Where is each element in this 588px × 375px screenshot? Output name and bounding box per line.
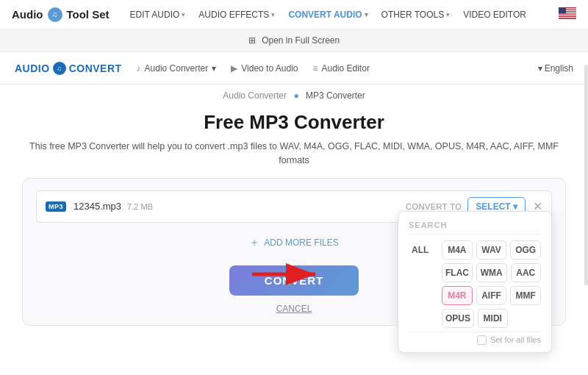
format-aac[interactable]: AAC	[511, 263, 542, 282]
svg-rect-7	[559, 7, 566, 14]
plus-icon: ＋	[249, 236, 259, 249]
fullscreen-bar[interactable]: ⊞ Open in Full Screen	[0, 29, 588, 52]
format-mmf[interactable]: MMF	[510, 286, 541, 305]
sub-nav-audio-converter[interactable]: ♪ Audio Converter ▾	[137, 63, 217, 74]
language-flag[interactable]	[559, 7, 576, 22]
convert-button[interactable]: CONVERT	[229, 265, 359, 296]
breadcrumb-current: MP3 Converter	[306, 90, 365, 101]
chevron-down-icon: ▾	[212, 63, 216, 74]
convert-brand-text: CONVERT	[69, 63, 122, 74]
format-m4a[interactable]: M4A	[442, 240, 473, 260]
file-format-badge: MP3	[46, 201, 66, 212]
format-flac[interactable]: FLAC	[442, 263, 473, 282]
chevron-down-icon: ▾	[271, 11, 275, 18]
sub-nav-video-to-audio[interactable]: ▶ Video to Audio	[231, 63, 298, 74]
format-dropdown: SEARCH ALL M4A WAV OGG FLAC WMA AAC M4R …	[398, 211, 552, 353]
audioconvert-icon: ♫	[53, 62, 66, 75]
nav-edit-audio[interactable]: EDIT AUDIO ▾	[130, 10, 186, 20]
set-all-label: Set for all files	[490, 335, 541, 344]
chevron-down-icon: ▾	[538, 63, 542, 74]
flag-icon	[559, 7, 576, 19]
convert-to-label: CONVERT TO	[406, 202, 462, 211]
format-ogg[interactable]: OGG	[510, 240, 541, 260]
file-name: 12345.mp3	[74, 201, 121, 212]
all-formats-button[interactable]: ALL	[409, 241, 438, 259]
svg-rect-6	[559, 17, 576, 18]
scrollbar[interactable]	[584, 65, 588, 285]
chevron-down-icon: ▾	[182, 11, 185, 18]
video-icon: ▶	[231, 63, 237, 74]
breadcrumb-separator: ●	[293, 90, 298, 101]
search-label: SEARCH	[409, 221, 541, 235]
format-wav[interactable]: WAV	[476, 240, 507, 260]
audioconvert-brand[interactable]: AUDIO ♫ CONVERT	[15, 62, 122, 75]
music-note-icon: ♪	[137, 63, 141, 74]
format-midi[interactable]: MIDI	[478, 309, 507, 328]
audio-brand-text: AUDIO	[15, 63, 50, 74]
brand-logo[interactable]: Audio ♫ Tool Set	[12, 7, 110, 22]
svg-rect-5	[559, 15, 576, 15]
top-nav: Audio ♫ Tool Set EDIT AUDIO ▾ AUDIO EFFE…	[0, 0, 588, 29]
format-wma[interactable]: WMA	[476, 263, 507, 282]
brand-text-toolset: Tool Set	[67, 8, 110, 21]
format-opus[interactable]: OPUS	[442, 309, 474, 328]
nav-other-tools[interactable]: OTHER TOOLS ▾	[381, 10, 451, 20]
language-selector[interactable]: ▾ English	[538, 63, 573, 74]
nav-video-editor[interactable]: VIDEO EDITOR	[463, 10, 526, 20]
format-aiff[interactable]: AIFF	[476, 286, 507, 305]
breadcrumb-parent[interactable]: Audio Converter	[223, 90, 287, 101]
brand-text-audio: Audio	[12, 8, 43, 21]
nav-convert-audio[interactable]: CONVERT AUDIO ▾	[288, 10, 368, 20]
format-m4r[interactable]: M4R	[442, 286, 473, 305]
page-description: This free MP3 Converter will help you to…	[22, 140, 566, 168]
page-title: Free MP3 Converter	[22, 111, 566, 134]
sub-nav-audio-editor[interactable]: ≡ Audio Editor	[312, 63, 369, 74]
fullscreen-label: Open in Full Screen	[262, 35, 340, 46]
chevron-down-icon: ▾	[365, 11, 368, 18]
file-size: 7.2 MB	[127, 202, 153, 211]
nav-audio-effects[interactable]: AUDIO EFFECTS ▾	[198, 10, 275, 20]
cancel-link[interactable]: CANCEL	[276, 304, 312, 314]
add-files-label: ADD MORE FILES	[264, 238, 338, 248]
breadcrumb: Audio Converter ● MP3 Converter	[0, 85, 588, 104]
sub-nav: AUDIO ♫ CONVERT ♪ Audio Converter ▾ ▶ Vi…	[0, 52, 588, 85]
chevron-down-icon: ▾	[446, 11, 450, 18]
sliders-icon: ≡	[312, 63, 318, 74]
set-all-row: Set for all files	[409, 332, 541, 345]
brand-icon: ♫	[48, 7, 62, 22]
main-content: Free MP3 Converter This free MP3 Convert…	[0, 104, 588, 326]
set-all-checkbox[interactable]	[477, 335, 487, 345]
converter-card: MP3 12345.mp3 7.2 MB CONVERT TO SELECT ▾…	[22, 178, 566, 326]
expand-icon: ⊞	[248, 35, 256, 46]
